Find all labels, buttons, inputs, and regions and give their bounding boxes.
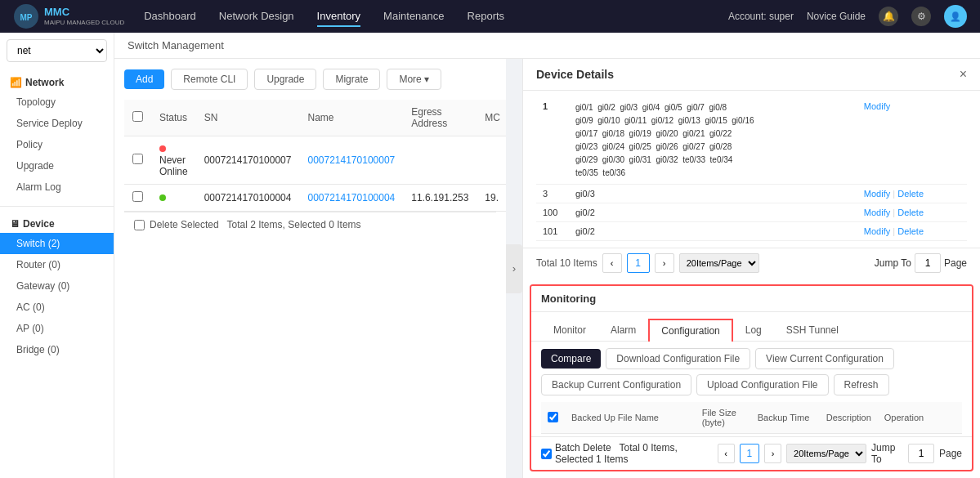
more-button[interactable]: More ▾	[387, 69, 441, 90]
download-config-button[interactable]: Download Configuration File	[606, 348, 750, 369]
prev-page-btn[interactable]: ‹	[602, 253, 622, 273]
status-dot-green	[159, 194, 166, 201]
row1-checkbox[interactable]	[132, 154, 143, 164]
nav-maintenance[interactable]: Maintenance	[383, 7, 444, 27]
tab-monitor[interactable]: Monitor	[541, 319, 598, 341]
panel-header: Device Details ×	[523, 59, 980, 91]
row2-name: 0007214170100004	[299, 185, 403, 212]
sidebar-item-bridge[interactable]: Bridge (0)	[0, 339, 114, 360]
next-page-btn[interactable]: ›	[655, 253, 674, 273]
sidebar-item-ap[interactable]: AP (0)	[0, 318, 114, 339]
config-table-area: Backed Up File Name File Size (byte) Bac…	[531, 402, 972, 436]
vlan-row-101: 101 gi0/2 Modify | Delete	[536, 222, 967, 241]
tab-configuration[interactable]: Configuration	[648, 319, 732, 342]
vlan-pagination: Total 10 Items ‹ 1 › 20Items/Page Jump T…	[523, 248, 980, 278]
row1-status: Never Online	[151, 136, 196, 185]
select-all-checkbox[interactable]	[132, 111, 143, 122]
backup-current-button[interactable]: Backup Current Configuration	[541, 374, 691, 395]
col-status: Status	[151, 100, 196, 136]
mon-prev-btn[interactable]: ‹	[718, 444, 735, 463]
nav-inventory[interactable]: Inventory	[317, 7, 360, 27]
tab-alarm[interactable]: Alarm	[598, 319, 648, 341]
col-egress: Egress Address	[403, 100, 477, 136]
vlan-id-1: 1	[536, 97, 569, 185]
brand-full: MAIPU MANAGED CLOUD	[44, 19, 124, 27]
upload-config-button[interactable]: Upload Configuration File	[696, 374, 828, 395]
col-filename: Backed Up File Name	[565, 402, 696, 434]
novice-guide[interactable]: Novice Guide	[807, 11, 866, 22]
mon-current-page: 1	[740, 444, 759, 463]
network-select[interactable]: net	[7, 39, 107, 62]
batch-delete-label[interactable]: Batch Delete Total 0 Items, Selected 1 I…	[541, 442, 713, 465]
nav-dashboard[interactable]: Dashboard	[144, 7, 196, 27]
device-section: 🖥 Device Switch (2) Router (0) Gateway (…	[0, 210, 114, 365]
row1-name: 0007214170100007	[299, 136, 403, 185]
vlan-action-100: Modify | Delete	[857, 203, 967, 222]
mon-jump-input[interactable]	[908, 444, 934, 463]
monitoring-section: Monitoring Monitor Alarm Configuration L…	[530, 284, 973, 471]
vlan-id-3: 3	[536, 185, 569, 203]
sidebar-item-switch[interactable]: Switch (2)	[0, 233, 114, 254]
breadcrumb: Switch Management	[114, 33, 980, 59]
migrate-button[interactable]: Migrate	[323, 69, 380, 90]
sidebar-item-alarm-log[interactable]: Alarm Log	[0, 176, 114, 198]
mon-page-size-select[interactable]: 20Items/Page	[786, 444, 866, 463]
settings-icon[interactable]: ⚙	[911, 7, 931, 26]
monitoring-footer: Batch Delete Total 0 Items, Selected 1 I…	[531, 436, 972, 470]
mon-next-btn[interactable]: ›	[764, 444, 781, 463]
col-name: Name	[299, 100, 403, 136]
col-sn: SN	[196, 100, 300, 136]
vlan-id-101: 101	[536, 222, 569, 241]
vlan-ports-1: gi0/1 gi0/2 gi0/3 gi0/4 gi0/5 gi0/7 gi0/…	[569, 97, 857, 185]
close-button[interactable]: ×	[960, 67, 967, 82]
add-button[interactable]: Add	[124, 69, 164, 89]
batch-delete-checkbox[interactable]	[541, 449, 552, 459]
footer-checkbox[interactable]	[134, 220, 145, 230]
avatar[interactable]: 👤	[944, 5, 967, 28]
row1-sn: 0007214170100007	[196, 136, 300, 185]
refresh-button[interactable]: Refresh	[834, 374, 889, 395]
monitoring-title: Monitoring	[531, 286, 972, 312]
sidebar-item-upgrade[interactable]: Upgrade	[0, 155, 114, 176]
vlan-action-101: Modify | Delete	[857, 222, 967, 241]
panel-title: Device Details	[536, 68, 614, 81]
switch-panel: Add Remote CLI Upgrade Migrate More ▾ St…	[114, 59, 506, 478]
sidebar-item-service-deploy[interactable]: Service Deploy	[0, 113, 114, 134]
vlan-row-1: 1 gi0/1 gi0/2 gi0/3 gi0/4 gi0/5 gi0/7 gi…	[536, 97, 967, 185]
sidebar-item-gateway[interactable]: Gateway (0)	[0, 275, 114, 297]
collapse-button[interactable]: ›	[506, 244, 522, 293]
page-size-select[interactable]: 20Items/Page	[679, 253, 759, 273]
sidebar-item-ac[interactable]: AC (0)	[0, 297, 114, 318]
notification-icon[interactable]: 🔔	[879, 7, 898, 26]
config-table: Backed Up File Name File Size (byte) Bac…	[541, 402, 962, 436]
sidebar-item-policy[interactable]: Policy	[0, 134, 114, 155]
compare-button[interactable]: Compare	[541, 349, 601, 369]
tab-ssh-tunnel[interactable]: SSH Tunnel	[774, 319, 851, 341]
nav-reports[interactable]: Reports	[468, 7, 505, 27]
row2-checkbox[interactable]	[132, 191, 143, 202]
vlan-ports-100: gi0/2	[569, 203, 857, 222]
config-select-all[interactable]	[548, 412, 558, 422]
upgrade-button[interactable]: Upgrade	[254, 69, 316, 90]
sidebar: net 📶 Network Topology Service Deploy Po…	[0, 33, 114, 478]
remote-cli-button[interactable]: Remote CLI	[171, 69, 248, 90]
vlan-id-100: 100	[536, 203, 569, 222]
vlan-ports-101: gi0/2	[569, 222, 857, 241]
jump-input[interactable]	[915, 253, 941, 273]
nav-network-design[interactable]: Network Design	[219, 7, 294, 27]
col-filesize: File Size (byte)	[696, 402, 751, 434]
view-current-button[interactable]: View Current Configuration	[755, 348, 894, 369]
brand-mmc: MMC	[44, 6, 124, 19]
sidebar-item-topology[interactable]: Topology	[0, 92, 114, 113]
row2-egress: 11.6.191.253	[403, 185, 477, 212]
batch-delete-text: Batch Delete Total 0 Items, Selected 1 I…	[555, 442, 713, 465]
sidebar-item-router[interactable]: Router (0)	[0, 254, 114, 275]
nav-right: Account: super Novice Guide 🔔 ⚙ 👤	[728, 5, 967, 28]
tab-log[interactable]: Log	[733, 319, 774, 341]
vlan-action-1: Modify	[857, 97, 967, 185]
table-area: Add Remote CLI Upgrade Migrate More ▾ St…	[114, 59, 980, 478]
col-backup-time: Backup Time	[751, 402, 820, 434]
switch-table: Status SN Name Egress Address MC	[124, 100, 506, 212]
device-icon: 🖥	[10, 218, 20, 230]
monitoring-tabs: Monitor Alarm Configuration Log SSH Tunn…	[531, 312, 972, 342]
